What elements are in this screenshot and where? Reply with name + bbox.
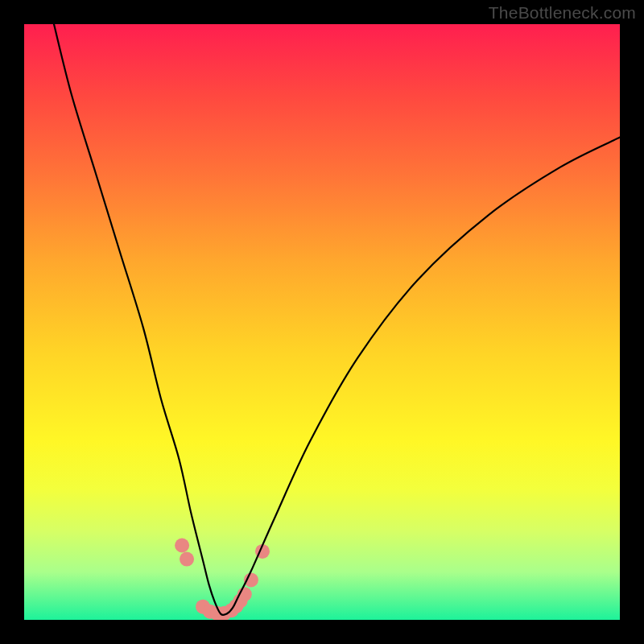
curve-svg <box>24 24 620 620</box>
highlight-marker <box>175 539 189 553</box>
plot-area <box>24 24 620 620</box>
highlight-marker-group <box>175 539 270 621</box>
bottleneck-curve <box>54 24 620 615</box>
chart-frame: TheBottleneck.com <box>0 0 644 644</box>
highlight-marker <box>180 552 194 567</box>
watermark-text: TheBottleneck.com <box>489 3 636 23</box>
